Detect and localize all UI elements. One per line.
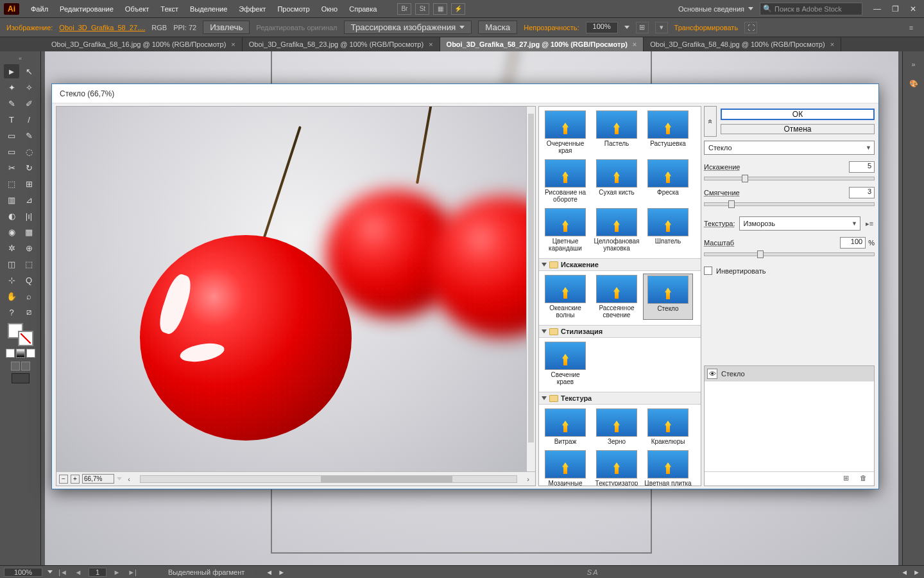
menu-select[interactable]: Выделение (185, 3, 232, 15)
menu-effect[interactable]: Эффект (234, 3, 271, 15)
filter-group-header[interactable]: Стилизация (539, 325, 701, 338)
next-artboard-icon[interactable]: ► (112, 568, 122, 576)
filter-thumbnail[interactable]: Рассеянное свечение (592, 274, 642, 320)
tool-button[interactable]: ▭ (4, 128, 19, 143)
document-tab[interactable]: Oboi_3D_Grafika_58_16.jpg @ 100% (RGB/Пр… (45, 37, 243, 51)
filter-gallery-list[interactable]: Очерченные краяПастельРастушевкаРисовани… (538, 106, 701, 486)
filter-thumbnail[interactable]: Витраж (540, 407, 590, 446)
tool-button[interactable]: ▦ (21, 225, 37, 239)
smoothness-input[interactable]: 3 (849, 187, 875, 198)
filter-thumbnail[interactable]: Цветная плитка (643, 449, 693, 486)
tool-button[interactable]: ◐ (4, 209, 19, 223)
filter-thumbnail[interactable]: Океанские волны (540, 274, 590, 320)
tool-button[interactable]: Q (21, 273, 37, 287)
menu-file[interactable]: Файл (26, 3, 53, 15)
chevron-down-icon[interactable] (47, 570, 53, 574)
first-artboard-icon[interactable]: |◄ (58, 568, 68, 576)
filter-thumbnail[interactable]: Очерченные края (540, 109, 590, 155)
filter-thumbnail[interactable]: Фреска (643, 158, 693, 204)
filter-thumbnail[interactable]: Свечение краев (540, 340, 590, 387)
menu-text[interactable]: Текст (155, 3, 184, 15)
filter-thumbnail[interactable]: Мозаичные фрагменты (540, 449, 590, 486)
document-tab[interactable]: Oboi_3D_Grafika_58_23.jpg @ 100% (RGB/Пр… (243, 37, 440, 51)
filter-thumbnail[interactable]: Текстуризатор (592, 449, 642, 486)
workspace-switcher[interactable]: Основные сведения (673, 4, 758, 14)
transform-icon[interactable]: ⛶ (744, 22, 757, 33)
color-panel-icon[interactable]: 🎨 (907, 77, 921, 90)
smoothness-slider[interactable] (704, 202, 875, 206)
distortion-input[interactable]: 5 (849, 161, 875, 173)
collapse-gallery-button[interactable]: « (704, 106, 717, 137)
visibility-icon[interactable]: 👁 (707, 369, 717, 379)
delete-effect-layer-icon[interactable]: 🗑 (860, 474, 870, 484)
ok-button[interactable]: ОК (721, 109, 875, 120)
tool-button[interactable]: ✂ (4, 161, 19, 175)
filter-thumbnail[interactable]: Рисование на обороте (540, 158, 590, 204)
tool-button[interactable]: T (4, 112, 19, 127)
menu-object[interactable]: Объект (120, 3, 154, 15)
new-effect-layer-icon[interactable]: ⊞ (843, 474, 853, 484)
document-tab[interactable]: Oboi_3D_Grafika_58_27.jpg @ 100% (RGB/Пр… (440, 37, 644, 51)
scale-slider[interactable] (704, 252, 875, 256)
invert-checkbox[interactable] (704, 267, 712, 275)
filter-thumbnail[interactable]: Растушевка (643, 109, 693, 155)
linked-filename[interactable]: Oboi_3D_Grafika_58_27.... (59, 24, 145, 31)
opacity-input[interactable]: 100% (586, 22, 618, 33)
prev-artboard-icon[interactable]: ◄ (73, 568, 83, 576)
document-tab[interactable]: Oboi_3D_Grafika_58_48.jpg @ 100% (RGB/Пр… (644, 37, 841, 51)
tool-button[interactable]: ▭ (4, 144, 19, 159)
filter-group-header[interactable]: Искажение (539, 258, 701, 271)
preview-vscrollbar[interactable] (526, 107, 535, 471)
tool-button[interactable]: ✧ (21, 80, 37, 94)
tool-button[interactable]: ⬚ (21, 257, 37, 271)
tool-button[interactable]: / (21, 112, 37, 127)
zoom-input[interactable]: 100% (4, 568, 42, 577)
tool-button[interactable]: ✦ (4, 80, 19, 94)
filter-thumbnail[interactable]: Стекло (643, 274, 693, 320)
mask-button[interactable]: Маска (478, 21, 517, 34)
effect-layer[interactable]: 👁 Стекло (705, 366, 874, 381)
align-menu-icon[interactable]: ▾ (655, 22, 668, 33)
toolbox-handle-icon[interactable]: « (0, 55, 40, 62)
tool-button[interactable]: ⧄ (21, 305, 37, 319)
chevron-down-icon[interactable] (624, 26, 629, 29)
tool-button[interactable]: ◌ (21, 144, 37, 159)
tool-button[interactable]: ⊿ (21, 193, 37, 207)
window-maximize-icon[interactable]: ❐ (888, 4, 902, 14)
gpu-icon[interactable]: ⚡ (451, 3, 465, 15)
window-close-icon[interactable]: ✕ (906, 4, 920, 14)
filter-preview-canvas[interactable] (56, 107, 535, 471)
expand-dock-icon[interactable]: » (907, 58, 921, 71)
tool-button[interactable]: ◉ (4, 225, 19, 239)
menu-edit[interactable]: Редактирование (55, 3, 119, 15)
scroll-right-icon[interactable]: › (524, 475, 533, 483)
controlbar-menu-icon[interactable]: ≡ (905, 22, 918, 33)
chevron-down-icon[interactable] (117, 477, 122, 480)
window-minimize-icon[interactable]: — (870, 4, 884, 14)
stock-icon[interactable]: St (415, 3, 429, 15)
bridge-icon[interactable]: Br (397, 3, 411, 15)
align-icon[interactable]: ⊞ (636, 22, 649, 33)
filter-thumbnail[interactable]: Шпатель (643, 207, 693, 253)
stroke-swatch[interactable] (18, 331, 33, 346)
extract-button[interactable]: Извлечь (203, 21, 250, 34)
tool-button[interactable]: ⊞ (21, 177, 37, 191)
filter-name-dropdown[interactable]: Стекло ▼ (704, 141, 875, 155)
close-icon[interactable]: × (633, 40, 637, 48)
transform-link[interactable]: Трансформировать (674, 24, 739, 31)
draw-mode-icons[interactable] (11, 362, 30, 371)
tool-button[interactable]: ↖ (21, 64, 37, 78)
distortion-slider[interactable] (704, 177, 875, 180)
tool-button[interactable]: ⬚ (4, 177, 19, 191)
last-artboard-icon[interactable]: ►| (127, 568, 137, 576)
color-mode-swatches[interactable] (6, 349, 35, 358)
filter-group-header[interactable]: Текстура (539, 392, 701, 405)
close-icon[interactable]: × (830, 40, 834, 48)
status-menu-icon[interactable] (252, 570, 255, 575)
cancel-button[interactable]: Отмена (721, 124, 875, 134)
tool-button[interactable]: ⌕ (21, 289, 37, 303)
filter-thumbnail[interactable]: Пастель (592, 109, 642, 155)
fill-stroke-swatch[interactable] (8, 323, 33, 346)
texture-flyout-icon[interactable]: ▸≡ (864, 220, 875, 228)
tool-button[interactable]: ◫ (4, 257, 19, 271)
